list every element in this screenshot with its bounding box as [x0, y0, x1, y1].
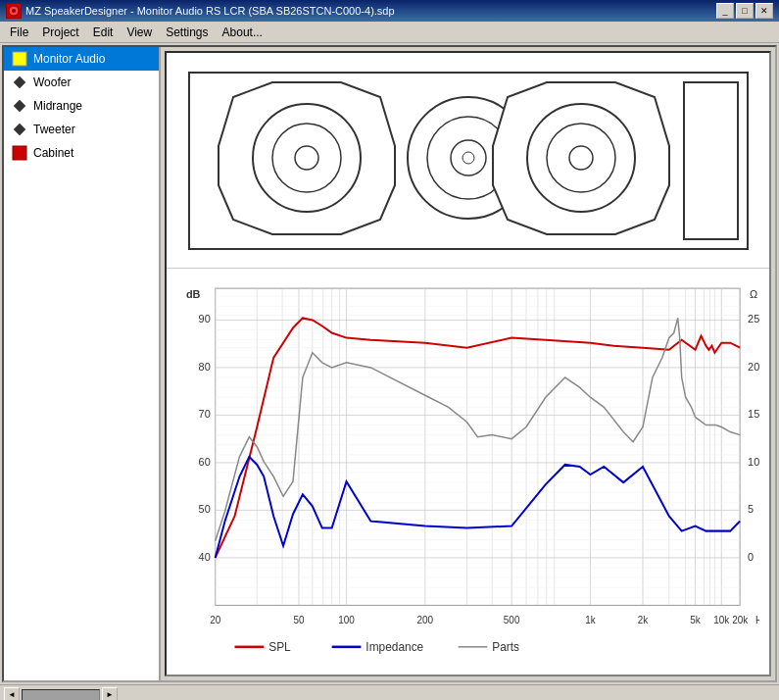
menu-item-settings[interactable]: Settings: [160, 24, 214, 41]
scroll-right-button[interactable]: ►: [102, 687, 118, 701]
svg-text:15: 15: [748, 408, 759, 420]
svg-text:Impedance: Impedance: [365, 640, 423, 654]
main-container: Monitor AudioWooferMidrangeTweeterCabine…: [2, 45, 777, 682]
frequency-chart: 90 80 70 60 50 40 dB 25 20 15 10 5 0 Ω 2…: [176, 278, 759, 665]
svg-text:2k: 2k: [638, 614, 649, 625]
sidebar-item-cabinet[interactable]: Cabinet: [4, 141, 159, 165]
svg-text:dB: dB: [186, 288, 201, 300]
svg-text:500: 500: [504, 614, 520, 625]
svg-text:50: 50: [199, 503, 211, 515]
svg-marker-4: [14, 100, 25, 112]
svg-point-11: [295, 146, 318, 170]
midrange-icon: [12, 98, 27, 114]
window-title: MZ SpeakerDesigner - Monitor Audio RS LC…: [25, 5, 395, 17]
sidebar-item-woofer[interactable]: Woofer: [4, 71, 159, 94]
sidebar-item-monitor-audio[interactable]: Monitor Audio: [4, 47, 159, 71]
svg-text:SPL: SPL: [268, 640, 291, 654]
svg-marker-5: [14, 124, 25, 135]
sidebar-item-midrange[interactable]: Midrange: [4, 94, 159, 118]
minimize-button[interactable]: _: [716, 3, 734, 19]
svg-text:5: 5: [748, 503, 754, 515]
sidebar-label: Tweeter: [33, 123, 75, 136]
svg-text:Parts: Parts: [492, 640, 519, 654]
svg-point-1: [12, 9, 16, 13]
svg-text:20: 20: [748, 361, 759, 373]
svg-text:200: 200: [417, 614, 434, 625]
cabinet-icon: [12, 145, 27, 161]
speaker-diagram: [167, 53, 769, 269]
svg-text:25: 25: [748, 313, 759, 325]
woofer-icon: [12, 75, 27, 90]
sidebar-label: Woofer: [33, 75, 71, 89]
svg-text:20k: 20k: [732, 614, 749, 625]
svg-point-15: [463, 152, 474, 164]
svg-text:Hz: Hz: [755, 614, 759, 625]
svg-text:80: 80: [199, 361, 211, 373]
svg-marker-3: [14, 76, 25, 88]
sidebar-label: Monitor Audio: [33, 52, 105, 66]
sidebar-item-tweeter[interactable]: Tweeter: [4, 118, 159, 141]
svg-text:0: 0: [748, 551, 754, 563]
scroll-left-button[interactable]: ◄: [4, 687, 20, 701]
svg-rect-6: [13, 146, 26, 160]
svg-text:40: 40: [199, 551, 211, 563]
title-bar: MZ SpeakerDesigner - Monitor Audio RS LC…: [0, 0, 779, 22]
svg-text:1k: 1k: [585, 614, 596, 625]
svg-point-19: [569, 146, 593, 170]
sidebar-label: Midrange: [33, 99, 82, 113]
status-bar: ◄ ►: [0, 684, 779, 700]
svg-text:5k: 5k: [690, 614, 701, 625]
svg-text:10k: 10k: [713, 614, 730, 625]
menu-item-view[interactable]: View: [121, 24, 158, 41]
speaker-icon: [12, 51, 27, 67]
menu-item-project[interactable]: Project: [36, 24, 84, 41]
sidebar: Monitor AudioWooferMidrangeTweeterCabine…: [4, 47, 161, 680]
menu-item-about[interactable]: About...: [217, 24, 268, 41]
app-icon: [6, 3, 22, 19]
svg-text:100: 100: [338, 614, 355, 625]
close-button[interactable]: ✕: [755, 3, 773, 19]
menu-bar: FileProjectEditViewSettingsAbout...: [0, 22, 779, 43]
scroll-area: ◄ ►: [4, 687, 118, 701]
maximize-button[interactable]: □: [736, 3, 754, 19]
svg-text:50: 50: [293, 614, 304, 625]
chart-area: 90 80 70 60 50 40 dB 25 20 15 10 5 0 Ω 2…: [167, 269, 769, 675]
window-controls: _ □ ✕: [716, 3, 773, 19]
content-area: 90 80 70 60 50 40 dB 25 20 15 10 5 0 Ω 2…: [165, 51, 771, 676]
scroll-track[interactable]: [22, 689, 100, 701]
tweeter-icon: [12, 122, 27, 137]
svg-text:Ω: Ω: [750, 288, 757, 300]
svg-rect-2: [13, 52, 26, 66]
svg-text:60: 60: [199, 456, 211, 468]
svg-rect-20: [684, 82, 738, 239]
svg-text:10: 10: [748, 456, 759, 468]
svg-text:90: 90: [199, 313, 211, 325]
sidebar-label: Cabinet: [33, 146, 73, 160]
menu-item-edit[interactable]: Edit: [87, 24, 120, 41]
svg-text:20: 20: [210, 614, 220, 625]
speaker-svg: [184, 68, 753, 254]
menu-item-file[interactable]: File: [4, 24, 34, 41]
svg-text:70: 70: [199, 408, 211, 420]
